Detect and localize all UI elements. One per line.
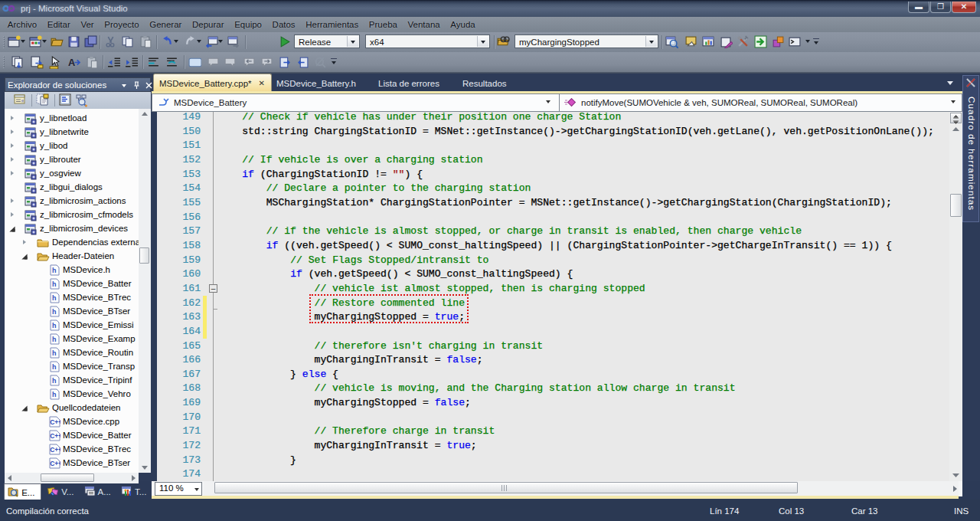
svg-text:h: h: [52, 349, 57, 357]
svg-text:h: h: [52, 377, 57, 385]
svg-text:h: h: [52, 294, 57, 302]
svg-text:A: A: [68, 57, 75, 68]
svg-text:h: h: [52, 322, 57, 329]
svg-text:h: h: [52, 280, 57, 288]
svg-text:C++: C++: [50, 418, 60, 426]
svg-text:h: h: [52, 308, 57, 316]
svg-text:C++: C++: [50, 460, 60, 467]
svg-text:C++: C++: [50, 432, 60, 440]
svg-text:h: h: [52, 267, 57, 274]
svg-text:h: h: [52, 336, 57, 343]
svg-text:C++: C++: [50, 446, 60, 454]
svg-text:h: h: [52, 391, 57, 398]
svg-text:h: h: [52, 363, 57, 371]
